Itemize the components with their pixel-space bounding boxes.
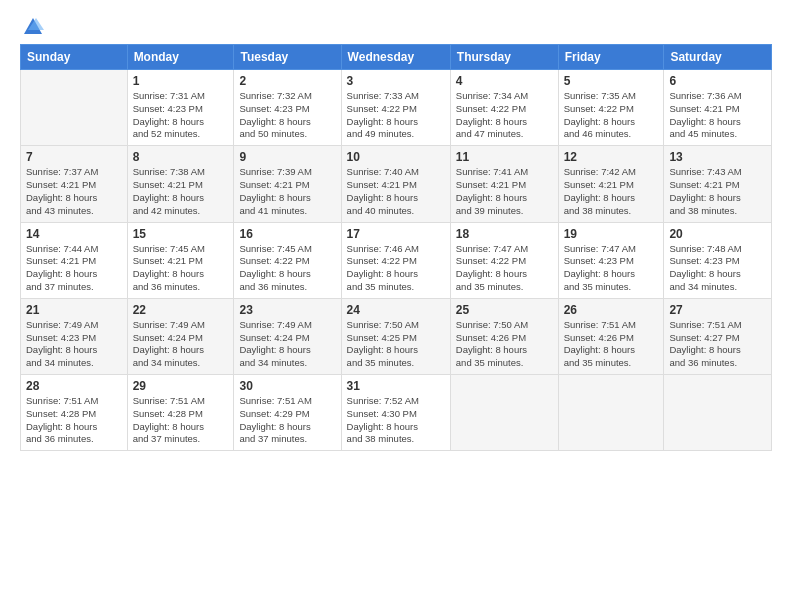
calendar-cell: 5Sunrise: 7:35 AM Sunset: 4:22 PM Daylig… — [558, 70, 664, 146]
calendar-table: SundayMondayTuesdayWednesdayThursdayFrid… — [20, 44, 772, 451]
weekday-header: Wednesday — [341, 45, 450, 70]
calendar-cell: 9Sunrise: 7:39 AM Sunset: 4:21 PM Daylig… — [234, 146, 341, 222]
calendar-cell: 16Sunrise: 7:45 AM Sunset: 4:22 PM Dayli… — [234, 222, 341, 298]
calendar-cell: 12Sunrise: 7:42 AM Sunset: 4:21 PM Dayli… — [558, 146, 664, 222]
day-info: Sunrise: 7:42 AM Sunset: 4:21 PM Dayligh… — [564, 166, 659, 217]
day-info: Sunrise: 7:46 AM Sunset: 4:22 PM Dayligh… — [347, 243, 445, 294]
day-info: Sunrise: 7:33 AM Sunset: 4:22 PM Dayligh… — [347, 90, 445, 141]
day-number: 27 — [669, 303, 766, 317]
day-number: 25 — [456, 303, 553, 317]
day-info: Sunrise: 7:34 AM Sunset: 4:22 PM Dayligh… — [456, 90, 553, 141]
calendar-cell: 11Sunrise: 7:41 AM Sunset: 4:21 PM Dayli… — [450, 146, 558, 222]
day-info: Sunrise: 7:49 AM Sunset: 4:24 PM Dayligh… — [133, 319, 229, 370]
calendar-cell: 31Sunrise: 7:52 AM Sunset: 4:30 PM Dayli… — [341, 375, 450, 451]
day-info: Sunrise: 7:51 AM Sunset: 4:26 PM Dayligh… — [564, 319, 659, 370]
day-info: Sunrise: 7:47 AM Sunset: 4:22 PM Dayligh… — [456, 243, 553, 294]
calendar-week-row: 1Sunrise: 7:31 AM Sunset: 4:23 PM Daylig… — [21, 70, 772, 146]
day-number: 20 — [669, 227, 766, 241]
day-number: 2 — [239, 74, 335, 88]
day-info: Sunrise: 7:51 AM Sunset: 4:28 PM Dayligh… — [26, 395, 122, 446]
day-info: Sunrise: 7:31 AM Sunset: 4:23 PM Dayligh… — [133, 90, 229, 141]
day-number: 23 — [239, 303, 335, 317]
day-info: Sunrise: 7:50 AM Sunset: 4:25 PM Dayligh… — [347, 319, 445, 370]
day-number: 12 — [564, 150, 659, 164]
day-info: Sunrise: 7:50 AM Sunset: 4:26 PM Dayligh… — [456, 319, 553, 370]
day-number: 5 — [564, 74, 659, 88]
day-number: 18 — [456, 227, 553, 241]
day-number: 3 — [347, 74, 445, 88]
day-number: 30 — [239, 379, 335, 393]
calendar-cell — [664, 375, 772, 451]
weekday-header: Monday — [127, 45, 234, 70]
day-info: Sunrise: 7:52 AM Sunset: 4:30 PM Dayligh… — [347, 395, 445, 446]
calendar-cell: 27Sunrise: 7:51 AM Sunset: 4:27 PM Dayli… — [664, 298, 772, 374]
day-info: Sunrise: 7:51 AM Sunset: 4:29 PM Dayligh… — [239, 395, 335, 446]
day-number: 19 — [564, 227, 659, 241]
calendar-cell: 10Sunrise: 7:40 AM Sunset: 4:21 PM Dayli… — [341, 146, 450, 222]
calendar-cell: 26Sunrise: 7:51 AM Sunset: 4:26 PM Dayli… — [558, 298, 664, 374]
calendar-cell: 25Sunrise: 7:50 AM Sunset: 4:26 PM Dayli… — [450, 298, 558, 374]
day-info: Sunrise: 7:39 AM Sunset: 4:21 PM Dayligh… — [239, 166, 335, 217]
calendar-cell: 28Sunrise: 7:51 AM Sunset: 4:28 PM Dayli… — [21, 375, 128, 451]
day-number: 14 — [26, 227, 122, 241]
day-number: 11 — [456, 150, 553, 164]
calendar-cell: 4Sunrise: 7:34 AM Sunset: 4:22 PM Daylig… — [450, 70, 558, 146]
calendar-cell: 21Sunrise: 7:49 AM Sunset: 4:23 PM Dayli… — [21, 298, 128, 374]
calendar-cell — [21, 70, 128, 146]
day-number: 29 — [133, 379, 229, 393]
calendar-week-row: 28Sunrise: 7:51 AM Sunset: 4:28 PM Dayli… — [21, 375, 772, 451]
logo-icon — [22, 16, 44, 38]
calendar-cell: 14Sunrise: 7:44 AM Sunset: 4:21 PM Dayli… — [21, 222, 128, 298]
weekday-header: Sunday — [21, 45, 128, 70]
calendar-header-row: SundayMondayTuesdayWednesdayThursdayFrid… — [21, 45, 772, 70]
calendar-cell: 22Sunrise: 7:49 AM Sunset: 4:24 PM Dayli… — [127, 298, 234, 374]
weekday-header: Friday — [558, 45, 664, 70]
day-number: 17 — [347, 227, 445, 241]
day-info: Sunrise: 7:49 AM Sunset: 4:23 PM Dayligh… — [26, 319, 122, 370]
day-info: Sunrise: 7:48 AM Sunset: 4:23 PM Dayligh… — [669, 243, 766, 294]
day-info: Sunrise: 7:38 AM Sunset: 4:21 PM Dayligh… — [133, 166, 229, 217]
day-number: 22 — [133, 303, 229, 317]
calendar-week-row: 14Sunrise: 7:44 AM Sunset: 4:21 PM Dayli… — [21, 222, 772, 298]
calendar-cell: 19Sunrise: 7:47 AM Sunset: 4:23 PM Dayli… — [558, 222, 664, 298]
weekday-header: Thursday — [450, 45, 558, 70]
day-info: Sunrise: 7:43 AM Sunset: 4:21 PM Dayligh… — [669, 166, 766, 217]
calendar-cell: 18Sunrise: 7:47 AM Sunset: 4:22 PM Dayli… — [450, 222, 558, 298]
calendar-cell: 29Sunrise: 7:51 AM Sunset: 4:28 PM Dayli… — [127, 375, 234, 451]
calendar-cell: 7Sunrise: 7:37 AM Sunset: 4:21 PM Daylig… — [21, 146, 128, 222]
day-number: 21 — [26, 303, 122, 317]
weekday-header: Tuesday — [234, 45, 341, 70]
calendar-cell — [558, 375, 664, 451]
day-info: Sunrise: 7:45 AM Sunset: 4:22 PM Dayligh… — [239, 243, 335, 294]
calendar-cell: 6Sunrise: 7:36 AM Sunset: 4:21 PM Daylig… — [664, 70, 772, 146]
calendar-cell: 30Sunrise: 7:51 AM Sunset: 4:29 PM Dayli… — [234, 375, 341, 451]
day-info: Sunrise: 7:47 AM Sunset: 4:23 PM Dayligh… — [564, 243, 659, 294]
calendar-cell: 1Sunrise: 7:31 AM Sunset: 4:23 PM Daylig… — [127, 70, 234, 146]
calendar-cell: 8Sunrise: 7:38 AM Sunset: 4:21 PM Daylig… — [127, 146, 234, 222]
day-info: Sunrise: 7:51 AM Sunset: 4:28 PM Dayligh… — [133, 395, 229, 446]
day-info: Sunrise: 7:37 AM Sunset: 4:21 PM Dayligh… — [26, 166, 122, 217]
day-info: Sunrise: 7:32 AM Sunset: 4:23 PM Dayligh… — [239, 90, 335, 141]
header — [20, 16, 772, 34]
calendar-cell: 15Sunrise: 7:45 AM Sunset: 4:21 PM Dayli… — [127, 222, 234, 298]
day-number: 31 — [347, 379, 445, 393]
day-info: Sunrise: 7:41 AM Sunset: 4:21 PM Dayligh… — [456, 166, 553, 217]
calendar-cell: 2Sunrise: 7:32 AM Sunset: 4:23 PM Daylig… — [234, 70, 341, 146]
day-number: 15 — [133, 227, 229, 241]
page: SundayMondayTuesdayWednesdayThursdayFrid… — [0, 0, 792, 612]
calendar-cell: 13Sunrise: 7:43 AM Sunset: 4:21 PM Dayli… — [664, 146, 772, 222]
calendar-cell — [450, 375, 558, 451]
day-info: Sunrise: 7:35 AM Sunset: 4:22 PM Dayligh… — [564, 90, 659, 141]
weekday-header: Saturday — [664, 45, 772, 70]
day-info: Sunrise: 7:44 AM Sunset: 4:21 PM Dayligh… — [26, 243, 122, 294]
calendar-week-row: 21Sunrise: 7:49 AM Sunset: 4:23 PM Dayli… — [21, 298, 772, 374]
calendar-cell: 20Sunrise: 7:48 AM Sunset: 4:23 PM Dayli… — [664, 222, 772, 298]
day-number: 7 — [26, 150, 122, 164]
calendar-cell: 24Sunrise: 7:50 AM Sunset: 4:25 PM Dayli… — [341, 298, 450, 374]
calendar-cell: 23Sunrise: 7:49 AM Sunset: 4:24 PM Dayli… — [234, 298, 341, 374]
day-number: 16 — [239, 227, 335, 241]
day-number: 8 — [133, 150, 229, 164]
day-info: Sunrise: 7:40 AM Sunset: 4:21 PM Dayligh… — [347, 166, 445, 217]
calendar-cell: 3Sunrise: 7:33 AM Sunset: 4:22 PM Daylig… — [341, 70, 450, 146]
day-number: 6 — [669, 74, 766, 88]
